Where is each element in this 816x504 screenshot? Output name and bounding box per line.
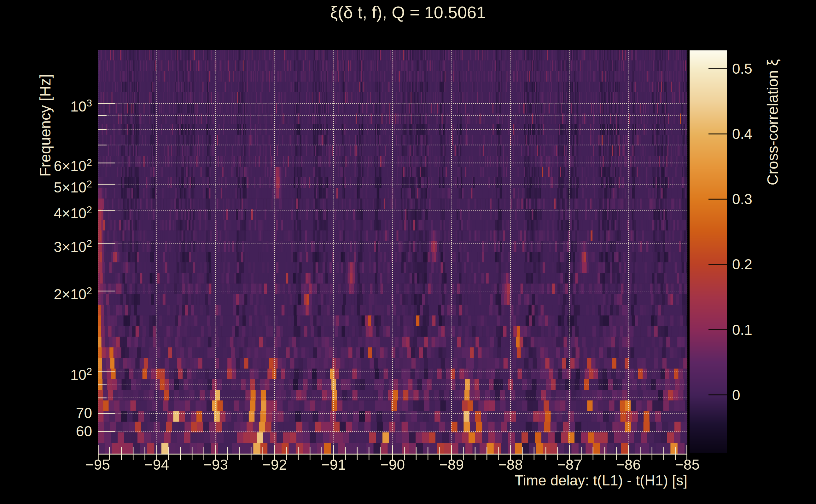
colorbar <box>690 50 727 453</box>
heatmap-canvas <box>98 50 687 461</box>
y-tick-label: 4×102 <box>54 201 92 222</box>
plot-title: ξ(δ t, f), Q = 10.5061 <box>0 3 816 22</box>
x-tick-label: −87 <box>544 457 595 473</box>
x-tick-label: −88 <box>485 457 536 473</box>
y-tick-label: 60 <box>76 423 92 440</box>
y-tick-label: 102 <box>70 363 92 383</box>
x-tick-label: −93 <box>190 457 241 473</box>
x-tick-label: −90 <box>367 457 418 473</box>
y-tick-label: 2×102 <box>54 282 92 303</box>
y-tick-label: 5×102 <box>54 175 92 196</box>
colorbar-tick-label: 0.2 <box>732 256 752 273</box>
x-tick-label: −86 <box>603 457 654 473</box>
x-tick-label: −91 <box>308 457 359 473</box>
colorbar-tick-label: 0.3 <box>732 191 752 208</box>
colorbar-tick-label: 0.4 <box>732 125 752 142</box>
y-tick-label: 3×102 <box>54 235 92 255</box>
colorbar-tick-label: 0 <box>732 387 740 404</box>
y-tick-label: 6×102 <box>54 154 92 175</box>
x-tick-label: −94 <box>131 457 182 473</box>
y-axis-title: Frequency [Hz] <box>37 74 54 176</box>
colorbar-tick-label: 0.1 <box>732 321 752 338</box>
x-tick-label: −92 <box>250 457 300 473</box>
y-tick-label: 70 <box>76 404 92 421</box>
x-tick-label: −95 <box>72 457 123 473</box>
x-axis-title: Time delay: t(L1) - t(H1) [s] <box>514 472 687 489</box>
x-tick-label: −85 <box>662 457 713 473</box>
colorbar-tick-label: 0.5 <box>732 60 752 77</box>
figure: ξ(δ t, f), Q = 10.5061 Time delay: t(L1)… <box>0 0 816 504</box>
y-tick-label: 103 <box>70 95 92 115</box>
x-tick-label: −89 <box>426 457 477 473</box>
colorbar-title: Cross-correlation ξ <box>764 59 781 185</box>
